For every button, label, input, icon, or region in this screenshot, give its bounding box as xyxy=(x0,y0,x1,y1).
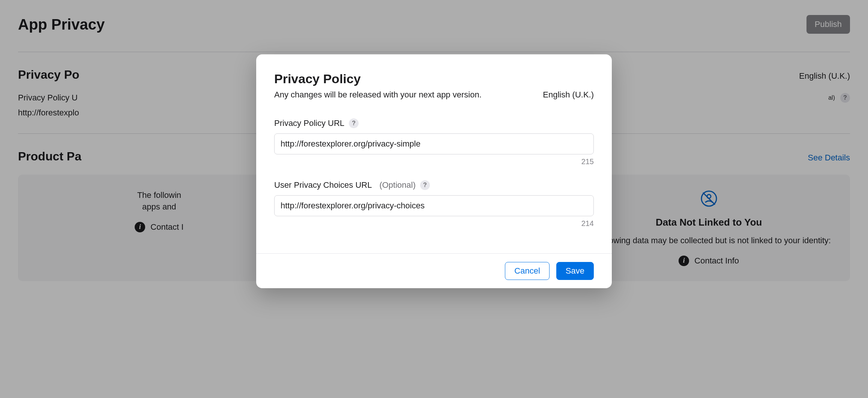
char-count: 215 xyxy=(274,157,594,166)
privacy-choices-input[interactable] xyxy=(274,195,594,216)
modal-subtitle-row: Any changes will be released with your n… xyxy=(274,90,594,100)
help-icon[interactable]: ? xyxy=(420,180,430,190)
privacy-choices-label: User Privacy Choices URL xyxy=(274,180,372,190)
save-button[interactable]: Save xyxy=(556,262,594,280)
char-count: 214 xyxy=(274,219,594,228)
privacy-url-input[interactable] xyxy=(274,133,594,154)
modal-title: Privacy Policy xyxy=(274,72,361,86)
modal-body: Privacy Policy Any changes will be relea… xyxy=(256,54,612,253)
field-label-row: Privacy Policy URL ? xyxy=(274,118,594,128)
privacy-policy-modal: Privacy Policy Any changes will be relea… xyxy=(256,54,612,288)
field-label-row: User Privacy Choices URL (Optional) ? xyxy=(274,180,594,190)
privacy-choices-field: User Privacy Choices URL (Optional) ? 21… xyxy=(274,180,594,228)
modal-footer: Cancel Save xyxy=(256,253,612,288)
modal-subtitle: Any changes will be released with your n… xyxy=(274,90,482,100)
cancel-button[interactable]: Cancel xyxy=(505,262,549,280)
privacy-url-field: Privacy Policy URL ? 215 xyxy=(274,118,594,166)
modal-header: Privacy Policy xyxy=(274,72,594,86)
privacy-url-label: Privacy Policy URL xyxy=(274,118,344,128)
modal-language: English (U.K.) xyxy=(543,90,594,100)
help-icon[interactable]: ? xyxy=(349,118,359,128)
modal-overlay[interactable]: Privacy Policy Any changes will be relea… xyxy=(0,0,868,398)
optional-label: (Optional) xyxy=(379,180,416,190)
